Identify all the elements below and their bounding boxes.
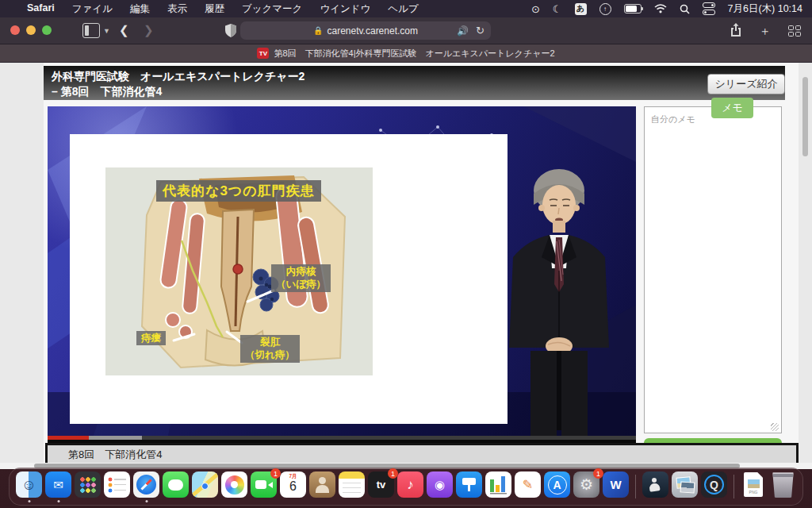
web-page: 外科専門医試験 オールエキスパートレクチャー2 – 第8回 下部消化管4 シリー… [0,63,812,469]
dock-maps-icon[interactable] [192,471,218,502]
lecturer [496,164,622,440]
url-text: carenetv.carenet.com [327,25,418,37]
tab-overview-icon[interactable] [788,25,801,37]
dock-appstore-icon[interactable] [544,471,570,502]
textarea-resize-grip[interactable] [771,423,779,431]
dock-finder-icon[interactable] [16,471,42,502]
lecture-series-title: 外科専門医試験 オールエキスパートレクチャー2 [52,69,785,84]
menu-item-ファイル[interactable]: ファイル [72,2,113,16]
vertical-scrollbar-thumb[interactable] [802,77,808,156]
label-internal-hemorrhoid: 内痔核 （いぼ痔） [271,264,331,292]
zoom-window-button[interactable] [42,25,52,35]
playlist-strip[interactable]: 第8回 下部消化管4 [45,443,799,464]
address-bar[interactable]: 🔒 carenetv.carenet.com 🔊 ↻ [240,21,491,40]
dock-messages-icon[interactable] [163,471,189,502]
safari-tab[interactable]: TV 第8回 下部消化管4|外科専門医試験 オールエキスパートレクチャー2 [0,44,812,63]
lock-icon: 🔒 [313,26,323,35]
dock-safari-icon[interactable] [133,471,159,502]
dock-pngfile-icon[interactable]: PNG [741,471,767,502]
label-anal-fissure: 裂肛 （切れ痔） [240,335,300,363]
dock-kindle-icon[interactable] [642,471,668,502]
dock-preview-icon[interactable] [672,471,698,502]
menubar-clock[interactable]: 7月6日(木) 10:14 [728,2,802,16]
running-indicator-dot [145,500,147,502]
dock-quicktime-icon[interactable] [701,471,727,502]
forward-button[interactable]: ❯ [144,23,154,37]
screen-mirroring-icon[interactable]: ⊙ [531,4,540,14]
sidebar-chevron-down-icon[interactable]: ▼ [103,27,110,35]
dock-notes-icon[interactable] [339,471,365,502]
dock-photos-icon[interactable] [221,471,247,502]
anal-anatomy-image: 代表的な3つの肛門疾患 内痔核 （いぼ痔） 痔瘻 裂肛 （切れ痔） [105,167,373,375]
tab-title: 第8回 下部消化管4|外科専門医試験 オールエキスパートレクチャー2 [274,48,554,60]
wifi-icon[interactable] [654,4,667,13]
safari-window: ▼ ❮ ❯ 🔒 carenetv.carenet.com 🔊 ↻ ＋ [0,17,812,468]
menubar-status-area: ⊙ ☾ あ ↑ 7月6日(木) 10:14 [531,2,802,16]
video-player[interactable]: 代表的な3つの肛門疾患 内痔核 （いぼ痔） 痔瘻 裂肛 （切れ痔） [48,106,636,443]
dock-launchpad-icon[interactable] [75,471,101,502]
battery-icon[interactable] [624,4,642,13]
menu-item-履歴[interactable]: 履歴 [205,2,224,16]
menubar-items: Safariファイル編集表示履歴ブックマークウインドウヘルプ [27,2,419,16]
memo-textarea[interactable] [644,106,782,433]
desktop: Safariファイル編集表示履歴ブックマークウインドウヘルプ ⊙ ☾ あ ↑ 7… [0,0,812,508]
label-anal-fistula: 痔瘻 [136,331,166,345]
dock-reminders-icon[interactable] [104,471,130,502]
dock-contacts-icon[interactable] [309,471,335,502]
safari-toolbar: ▼ ❮ ❯ 🔒 carenetv.carenet.com 🔊 ↻ ＋ [0,17,812,44]
share-icon[interactable] [730,23,741,39]
video-progress-bar[interactable] [48,436,636,440]
menu-item-表示[interactable]: 表示 [167,2,187,16]
lecture-episode-title: – 第8回 下部消化管4 [52,84,785,99]
back-button[interactable]: ❮ [119,23,129,37]
series-intro-button[interactable]: シリーズ紹介 [707,74,785,94]
input-source-japanese-icon[interactable]: あ [575,3,587,15]
dock-word-icon[interactable] [603,471,629,502]
dock-numbers-icon[interactable] [485,471,511,502]
dock-settings-icon[interactable]: 1 [573,471,599,502]
control-center-icon[interactable] [703,2,715,15]
notification-badge: 1 [270,468,281,479]
dock-calendar-icon[interactable]: 7月6 [280,471,306,502]
dock-pages-icon[interactable] [515,471,541,502]
slide-title: 代表的な3つの肛門疾患 [156,180,321,202]
menu-item-ウインドウ[interactable]: ウインドウ [320,2,370,16]
sidebar-toggle-icon[interactable] [82,23,100,38]
menu-item-ヘルプ[interactable]: ヘルプ [388,2,418,16]
reload-icon[interactable]: ↻ [476,25,485,37]
privacy-shield-icon[interactable] [225,24,236,37]
lecture-header: 外科専門医試験 オールエキスパートレクチャー2 – 第8回 下部消化管4 [44,66,785,100]
notification-badge: 1 [593,468,603,479]
carenet-tv-favicon: TV [257,48,269,59]
running-indicator-dot [57,500,59,502]
dock-facetime-icon[interactable]: 1 [251,471,277,502]
dock-keynote-icon[interactable] [456,471,482,502]
memo-tab[interactable]: メモ [711,98,753,118]
dock-trash-icon[interactable] [770,471,796,502]
lecture-slide: 代表的な3つの肛門疾患 内痔核 （いぼ痔） 痔瘻 裂肛 （切れ痔） [70,134,508,424]
running-indicator-dot [28,500,30,502]
progress-played [48,436,89,440]
close-window-button[interactable] [10,25,20,35]
dock-appletv-icon[interactable]: 1 [368,471,394,502]
macos-dock: 17月611PNG [9,468,803,506]
new-tab-icon[interactable]: ＋ [759,24,771,39]
dock-mail-icon[interactable] [45,471,71,502]
circled-arrow-icon[interactable]: ↑ [599,3,611,15]
dock-podcasts-icon[interactable] [427,471,453,502]
notification-badge: 1 [388,468,398,479]
search-icon[interactable] [680,4,690,14]
dock-divider [733,475,734,498]
dock-divider [635,475,636,498]
menu-item-ブックマーク[interactable]: ブックマーク [242,2,302,16]
dock-music-icon[interactable] [397,471,423,502]
audio-playing-icon[interactable]: 🔊 [457,25,469,37]
macos-menubar: Safariファイル編集表示履歴ブックマークウインドウヘルプ ⊙ ☾ あ ↑ 7… [0,0,812,17]
minimize-window-button[interactable] [26,25,36,35]
focus-moon-icon[interactable]: ☾ [553,4,562,14]
menu-item-Safari[interactable]: Safari [27,2,55,16]
menu-item-編集[interactable]: 編集 [130,2,150,16]
playlist-item-label: 第8回 下部消化管4 [68,448,162,462]
